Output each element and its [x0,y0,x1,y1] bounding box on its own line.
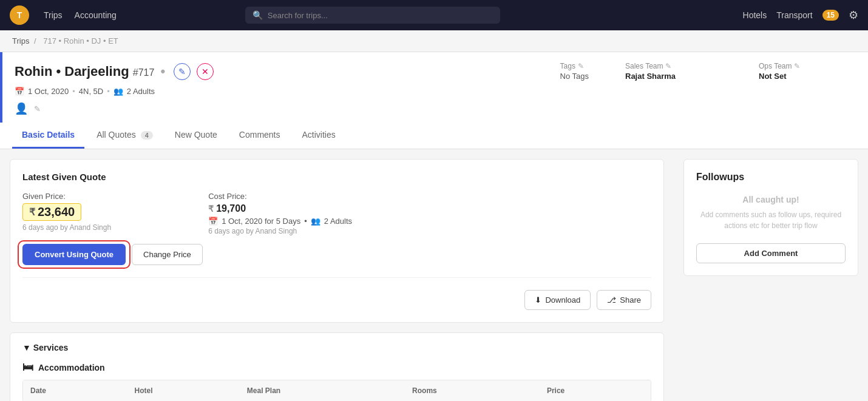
col-hotel: Hotel [127,380,240,401]
top-navigation: T Trips Accounting 🔍 Hotels Transport 15… [0,0,868,30]
page-wrapper: Rohin • Darjeeling #717 • ✎ ✕ Tags ✎ No … [0,52,868,401]
cost-price-label: Cost Price: [208,192,352,201]
tab-new-quote[interactable]: New Quote [165,123,227,149]
share-button[interactable]: ⎇ Share [597,290,651,310]
nav-accounting[interactable]: Accounting [75,10,117,20]
services-section: ▼ Services 🛏 Accommodation Date Hotel Me… [10,332,664,401]
breadcrumb-current: 717 • Rohin • DJ • ET [43,36,118,45]
cost-meta: 📅 1 Oct, 2020 for 5 Days • 👥 2 Adults [208,217,352,226]
followups-title: Followups [696,172,846,183]
sales-team-section: Sales Team ✎ Rajat Sharma [625,62,722,81]
ops-team-section: Ops Team ✎ Not Set [759,62,856,81]
right-panel: Followups All caught up! Add comments su… [674,149,868,401]
given-price-ago: 6 days ago by Anand Singh [22,223,111,232]
download-icon: ⬇ [535,295,541,305]
sales-team-value: Rajat Sharma [625,72,722,81]
trip-header: Rohin • Darjeeling #717 • ✎ ✕ Tags ✎ No … [0,52,868,123]
cost-adults: 2 Adults [324,217,352,226]
col-meal-plan: Meal Plan [240,380,405,401]
cost-ago: 6 days ago by Anand Singh [208,227,352,235]
change-price-button[interactable]: Change Price [132,244,203,265]
notifications-badge[interactable]: 15 [822,10,839,21]
quote-download-row: ⬇ Download ⎇ Share [22,277,651,310]
trip-id: #717 [133,67,155,78]
cost-price-value: ₹ 19,700 [208,203,352,214]
person-edit-icon[interactable]: ✎ [34,104,41,113]
cost-price-section: Cost Price: ₹ 19,700 📅 1 Oct, 2020 for 5… [208,192,352,235]
cost-calendar-icon: 📅 [208,217,218,226]
people-icon: 👥 [114,87,123,96]
trip-date: 1 Oct, 2020 [28,87,69,96]
caught-up-description: Add comments such as follow ups, require… [696,209,846,231]
ops-team-edit-icon[interactable]: ✎ [794,62,800,70]
ops-team-label: Ops Team [759,62,792,70]
hotel-icon: 🛏 [22,361,33,374]
trip-title-row: Rohin • Darjeeling #717 • ✎ ✕ Tags ✎ No … [15,62,856,81]
edit-trip-button[interactable]: ✎ [174,63,191,80]
quote-card: Latest Given Quote Given Price: ₹ 23,640… [10,159,664,323]
tags-value: No Tags [560,72,589,81]
cost-rupee-icon: ₹ [208,204,214,214]
breadcrumb: Trips / 717 • Rohin • DJ • ET [0,30,868,52]
nav-transport[interactable]: Transport [776,10,812,20]
tags-label: Tags [560,62,575,70]
breadcrumb-sep: / [34,36,38,45]
rupee-icon: ₹ [29,206,35,218]
sales-team-label: Sales Team [625,62,663,70]
caught-up-text: All caught up! [696,195,846,204]
nav-links: Trips Accounting [44,10,117,20]
col-price: Price [540,380,651,401]
search-icon: 🔍 [253,10,263,20]
cost-price-amount: 19,700 [216,203,246,214]
share-icon: ⎇ [607,295,616,305]
given-price-label: Given Price: [22,192,111,201]
search-bar: 🔍 [245,7,500,24]
tabs: Basic Details All Quotes 4 New Quote Com… [0,123,868,149]
all-quotes-badge: 4 [141,131,153,140]
nav-trips[interactable]: Trips [44,10,63,20]
tab-basic-details[interactable]: Basic Details [12,123,84,149]
calendar-icon: 📅 [15,87,24,96]
services-title[interactable]: ▼ Services [22,343,651,352]
followups-card: Followups All caught up! Add comments su… [683,159,858,276]
breadcrumb-trips[interactable]: Trips [12,36,29,45]
quote-card-title: Latest Given Quote [22,172,651,182]
download-button[interactable]: ⬇ Download [524,290,591,310]
given-price-amount: 23,640 [38,205,75,219]
trip-adults: 2 Adults [127,87,155,96]
tags-edit-icon[interactable]: ✎ [578,62,584,70]
trip-duration: 4N, 5D [79,87,103,96]
search-input[interactable] [268,11,493,20]
nav-right: Hotels Transport 15 ⚙ [743,8,858,22]
tab-all-quotes[interactable]: All Quotes 4 [87,123,163,149]
convert-using-quote-button[interactable]: Convert Using Quote [22,244,126,265]
nav-hotels[interactable]: Hotels [743,10,767,20]
trip-title: Rohin • Darjeeling #717 • [15,64,168,79]
main-content: Rohin • Darjeeling #717 • ✎ ✕ Tags ✎ No … [0,52,868,401]
given-price-value: ₹ 23,640 [22,203,81,221]
accommodation-table: Date Hotel Meal Plan Rooms Price [22,380,651,401]
table-header-row: Date Hotel Meal Plan Rooms Price [23,380,651,401]
left-panel: Latest Given Quote Given Price: ₹ 23,640… [0,149,674,401]
content-area: Latest Given Quote Given Price: ₹ 23,640… [0,149,868,401]
convert-btn-wrapper: Convert Using Quote [22,244,126,265]
ops-team-value: Not Set [759,72,856,81]
trip-meta: 📅 1 Oct, 2020 • 4N, 5D • 👥 2 Adults [15,87,856,96]
cost-adults-icon: 👥 [311,217,320,226]
sales-team-edit-icon[interactable]: ✎ [665,62,671,70]
col-date: Date [23,380,127,401]
close-trip-button[interactable]: ✕ [197,63,214,80]
tab-activities[interactable]: Activities [293,123,345,149]
quote-prices: Given Price: ₹ 23,640 6 days ago by Anan… [22,192,651,235]
given-price-section: Given Price: ₹ 23,640 6 days ago by Anan… [22,192,111,235]
cost-date: 1 Oct, 2020 for 5 Days [222,217,300,226]
accommodation-title: 🛏 Accommodation [22,361,651,374]
settings-icon[interactable]: ⚙ [849,8,858,22]
add-comment-button[interactable]: Add Comment [696,243,846,263]
app-logo[interactable]: T [10,5,29,25]
tags-section: Tags ✎ No Tags [560,62,589,81]
quote-actions: Convert Using Quote Change Price [22,244,651,265]
tab-comments[interactable]: Comments [229,123,290,149]
person-icon: 👤 [15,102,28,115]
col-rooms: Rooms [405,380,540,401]
